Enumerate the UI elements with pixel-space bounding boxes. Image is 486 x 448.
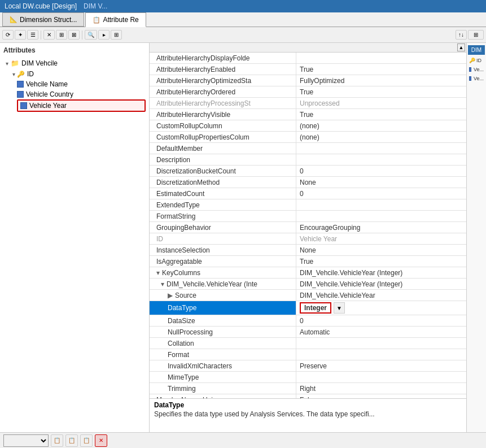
search-btn[interactable]: 🔍 bbox=[85, 30, 97, 40]
prop-row-15[interactable]: GroupingBehavior EncourageGrouping bbox=[150, 222, 466, 233]
tab-attribute-re[interactable]: 📋 Attribute Re bbox=[85, 12, 146, 27]
tab-dimension-struct[interactable]: 📐 Dimension Struct... bbox=[2, 12, 84, 27]
prop-name-5: AttributeHierarchyVisible bbox=[150, 109, 296, 120]
prop-value-format bbox=[296, 349, 466, 360]
prop-value-membernamesunique: False bbox=[296, 394, 466, 398]
bottom-btn2[interactable]: 📋 bbox=[65, 434, 78, 447]
datatype-dropdown-btn[interactable]: ▼ bbox=[334, 302, 345, 314]
prop-row-11[interactable]: DiscretizationMethod None bbox=[150, 177, 466, 188]
prop-name-18: IsAggregatable bbox=[150, 256, 296, 267]
prop-value-15: EncourageGrouping bbox=[296, 222, 466, 233]
folder-icon: 📁 bbox=[10, 59, 19, 68]
prop-row-14[interactable]: FormatString bbox=[150, 211, 466, 222]
prop-row-12[interactable]: EstimatedCount 0 bbox=[150, 188, 466, 199]
tree-root-label: DIM Vehcile bbox=[21, 59, 58, 67]
prop-row-invalidxml[interactable]: InvalidXmlCharacters Preserve bbox=[150, 360, 466, 372]
prop-row-9[interactable]: Description bbox=[150, 154, 466, 166]
refresh-btn[interactable]: ⟳ bbox=[2, 30, 14, 40]
tree-item-id[interactable]: ▾ 🔑 ID bbox=[10, 69, 146, 79]
prop-row-8[interactable]: DefaultMember bbox=[150, 143, 466, 154]
tree-indent2: Vehcile Name Vehicle Country Vehicle Yea… bbox=[17, 79, 146, 112]
view2-btn[interactable]: ⊞ bbox=[111, 30, 122, 40]
tree-item-id-label: ID bbox=[27, 70, 34, 78]
bottom-btn1[interactable]: 📋 bbox=[51, 434, 63, 447]
prop-row-10[interactable]: DiscretizationBucketCount 0 bbox=[150, 166, 466, 177]
expand-icon: ▾ bbox=[3, 60, 10, 67]
prop-row-keycolumns[interactable]: ▾ KeyColumns DIM_Vehcile.VehicleYear (In… bbox=[150, 267, 466, 279]
id-expand-icon: ▾ bbox=[10, 71, 17, 77]
prop-row-3[interactable]: AttributeHierarchyOrdered True bbox=[150, 86, 466, 98]
prop-row-5[interactable]: AttributeHierarchyVisible True bbox=[150, 109, 466, 120]
bottom-dropdown[interactable] bbox=[3, 434, 49, 447]
prop-row-17[interactable]: InstanceSelection None bbox=[150, 245, 466, 256]
prop-row-0[interactable]: AttributeHierarchyDisplayFolde bbox=[150, 53, 466, 64]
delete2-btn[interactable]: ⊠ bbox=[68, 30, 80, 40]
prop-name-8: DefaultMember bbox=[150, 143, 296, 154]
prop-row-nullprocessing[interactable]: NullProcessing Automatic bbox=[150, 327, 466, 338]
prop-name-4: AttributeHierarchyProcessingSt bbox=[150, 98, 296, 108]
prop-row-6[interactable]: CustomRollupColumn (none) bbox=[150, 120, 466, 132]
view-btn[interactable]: ⊞ bbox=[468, 30, 484, 40]
tree-item-vehicle-country[interactable]: Vehicle Country bbox=[17, 89, 146, 99]
prop-row-4[interactable]: AttributeHierarchyProcessingSt Unprocess… bbox=[150, 98, 466, 109]
prop-row-format[interactable]: Format bbox=[150, 349, 466, 360]
prop-name-format: Format bbox=[150, 349, 296, 360]
attribute-icon-name bbox=[17, 81, 24, 88]
bottom-btn3[interactable]: 📋 bbox=[80, 434, 93, 447]
prop-row-1[interactable]: AttributeHierarchyEnabled True bbox=[150, 64, 466, 75]
prop-name-15: GroupingBehavior bbox=[150, 222, 296, 233]
prop-value-17: None bbox=[296, 245, 466, 255]
prop-name-collation: Collation bbox=[150, 338, 296, 349]
prop-row-18[interactable]: IsAggregatable True bbox=[150, 256, 466, 267]
bottom-delete-btn[interactable]: ✕ bbox=[95, 434, 107, 447]
prop-value-3: True bbox=[296, 86, 466, 97]
mini-tree-item-id[interactable]: 🔑 ID bbox=[468, 57, 485, 64]
sort-btn[interactable]: ↑↓ bbox=[456, 30, 467, 40]
add-btn[interactable]: ✦ bbox=[15, 30, 26, 40]
prop-value-mimetype bbox=[296, 372, 466, 382]
scroll-up-btn[interactable]: ▲ bbox=[457, 44, 465, 51]
prop-row-source[interactable]: ▶ Source DIM_Vehcile.VehicleYear bbox=[150, 290, 466, 301]
mini-tree-item-ve2[interactable]: Ve... bbox=[468, 75, 485, 82]
prop-value-trimming: Right bbox=[296, 383, 466, 394]
prop-row-2[interactable]: AttributeHierarchyOptimizedSta FullyOpti… bbox=[150, 75, 466, 86]
prop-row-trimming[interactable]: Trimming Right bbox=[150, 383, 466, 394]
menu-btn[interactable]: ☰ bbox=[27, 30, 38, 40]
tree-item-vehcile-name[interactable]: Vehcile Name bbox=[17, 79, 146, 89]
prop-name-0: AttributeHierarchyDisplayFolde bbox=[150, 53, 296, 63]
property-grid[interactable]: AttributeHierarchyDisplayFolde Attribute… bbox=[150, 53, 466, 398]
prop-row-7[interactable]: CustomRollupPropertiesColum (none) bbox=[150, 132, 466, 143]
prop-name-14: FormatString bbox=[150, 211, 296, 221]
prop-value-4: Unprocessed bbox=[296, 98, 466, 108]
bottom-toolbar: 📋 📋 📋 ✕ bbox=[0, 432, 486, 448]
prop-row-mimetype[interactable]: MimeType bbox=[150, 372, 466, 383]
tab-strip: 📐 Dimension Struct... 📋 Attribute Re bbox=[0, 12, 486, 27]
mini-id-label: ID bbox=[476, 58, 481, 63]
tree-root-item[interactable]: ▾ 📁 DIM Vehcile bbox=[3, 58, 146, 69]
prop-name-13: ExtendedType bbox=[150, 199, 296, 210]
prop-row-13[interactable]: ExtendedType bbox=[150, 199, 466, 211]
prop-value-18: True bbox=[296, 256, 466, 267]
prop-row-16[interactable]: ID Vehicle Year bbox=[150, 233, 466, 245]
prop-row-membernamesunique[interactable]: MemberNamesUnique False bbox=[150, 394, 466, 398]
prop-name-source: ▶ Source bbox=[150, 290, 296, 301]
prop-row-datasize[interactable]: DataSize 0 bbox=[150, 315, 466, 327]
title-bar-text: Local DW.cube [Design] bbox=[5, 2, 77, 10]
source-expand-icon: ▶ bbox=[168, 292, 173, 299]
tree-item-vehicle-year-label: Vehicle Year bbox=[29, 102, 67, 110]
prop-value-0 bbox=[296, 53, 466, 63]
prop-row-datatype[interactable]: DataType Integer ▼ bbox=[150, 301, 466, 315]
grid-btn[interactable]: ⊞ bbox=[56, 30, 67, 40]
prop-name-mimetype: MimeType bbox=[150, 372, 296, 382]
prop-row-dim-vehcile[interactable]: ▾ DIM_Vehcile.VehicleYear (Inte DIM_Vehc… bbox=[150, 279, 466, 290]
prop-row-collation[interactable]: Collation bbox=[150, 338, 466, 349]
delete-btn[interactable]: ✕ bbox=[43, 30, 55, 40]
mini-tree-item-ve1[interactable]: Ve... bbox=[468, 66, 485, 73]
nav-btn[interactable]: ▸ bbox=[98, 30, 110, 40]
tree-item-vehicle-year[interactable]: Vehicle Year bbox=[17, 99, 146, 112]
mini-key-icon: 🔑 bbox=[469, 58, 475, 63]
mini-attr-icon-2 bbox=[469, 76, 471, 81]
prop-name-dim-vehcile: ▾ DIM_Vehcile.VehicleYear (Inte bbox=[150, 279, 296, 289]
prop-name-16: ID bbox=[150, 233, 296, 244]
prop-name-trimming: Trimming bbox=[150, 383, 296, 394]
